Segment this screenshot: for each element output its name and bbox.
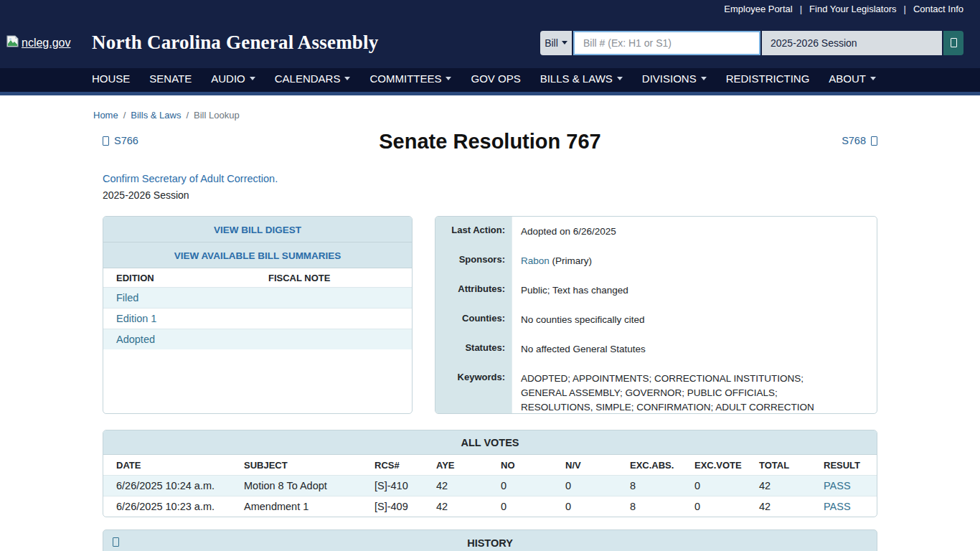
view-bill-digest-row[interactable]: VIEW BILL DIGEST bbox=[103, 217, 412, 242]
history-title: HISTORY bbox=[467, 537, 513, 549]
vote-result-link[interactable]: PASS bbox=[824, 501, 851, 512]
vote-subject: Amendment 1 bbox=[244, 496, 374, 517]
vote-aye: 42 bbox=[436, 496, 501, 517]
next-bill-label: S768 bbox=[842, 135, 866, 146]
prev-arrow-icon bbox=[103, 136, 109, 146]
nav-house[interactable]: HOUSE bbox=[92, 72, 130, 85]
contact-info-link[interactable]: Contact Info bbox=[913, 4, 963, 14]
chevron-down-icon bbox=[250, 77, 255, 80]
detail-label: Last Action: bbox=[435, 217, 512, 246]
vote-subject: Motion 8 To Adopt bbox=[244, 476, 374, 496]
nav-label: DIVISIONS bbox=[642, 72, 697, 85]
edition-adopted-link[interactable]: Adopted bbox=[116, 334, 155, 345]
collapse-icon bbox=[113, 537, 119, 547]
bill-heading: S766 Senate Resolution 767 S768 bbox=[92, 130, 888, 161]
view-bill-digest-link[interactable]: VIEW BILL DIGEST bbox=[214, 225, 301, 235]
next-bill-link[interactable]: S768 bbox=[842, 135, 877, 146]
chevron-down-icon bbox=[446, 77, 451, 80]
column-header-exc-abs: EXC.ABS. bbox=[630, 455, 694, 476]
utility-bar: Employee Portal|Find Your Legislators|Co… bbox=[0, 0, 980, 17]
column-header-date: DATE bbox=[103, 455, 244, 476]
vote-exc-abs: 8 bbox=[630, 496, 694, 517]
edition-filed-link[interactable]: Filed bbox=[116, 292, 138, 303]
vote-result: PASS bbox=[824, 496, 877, 517]
main-navigation: HOUSE SENATE AUDIO CALENDARS COMMITTEES … bbox=[0, 68, 980, 95]
edition-table-header: EDITION FISCAL NOTE bbox=[103, 268, 412, 287]
votes-table: DATE SUBJECT RCS# AYE NO N/V EXC.ABS. EX… bbox=[103, 455, 877, 517]
site-header: ncleg.gov North Carolina General Assembl… bbox=[0, 17, 980, 68]
vote-rcs: [S]-409 bbox=[374, 496, 436, 517]
nav-about[interactable]: ABOUT bbox=[829, 72, 876, 85]
nav-label: COMMITTEES bbox=[369, 72, 441, 85]
bill-documents-panel: VIEW BILL DIGEST VIEW AVAILABLE BILL SUM… bbox=[103, 216, 413, 414]
nav-label: SENATE bbox=[149, 72, 192, 85]
vote-result-link[interactable]: PASS bbox=[824, 480, 851, 491]
table-row: Edition 1 bbox=[103, 308, 412, 329]
nav-label: HOUSE bbox=[92, 72, 130, 85]
chevron-down-icon bbox=[344, 77, 350, 80]
history-panel-header: HISTORY bbox=[103, 529, 877, 551]
nav-calendars[interactable]: CALENDARS bbox=[275, 72, 351, 85]
vote-exc-abs: 8 bbox=[630, 476, 694, 496]
detail-label: Keywords: bbox=[435, 364, 512, 414]
nav-audio[interactable]: AUDIO bbox=[211, 72, 255, 85]
breadcrumb-bills-laws[interactable]: Bills & Laws bbox=[131, 110, 181, 121]
edition-1-link[interactable]: Edition 1 bbox=[116, 313, 156, 324]
vote-total: 42 bbox=[759, 496, 824, 517]
find-legislators-link[interactable]: Find Your Legislators bbox=[809, 4, 896, 14]
vote-nv: 0 bbox=[565, 496, 630, 517]
breadcrumb: Home/Bills & Laws/Bill Lookup bbox=[92, 110, 888, 121]
view-bill-summaries-row[interactable]: VIEW AVAILABLE BILL SUMMARIES bbox=[103, 242, 412, 268]
table-row: Filed bbox=[103, 287, 412, 308]
column-header-result: RESULT bbox=[824, 455, 877, 476]
vote-date: 6/26/2025 10:23 a.m. bbox=[103, 496, 244, 517]
detail-label: Counties: bbox=[435, 305, 512, 334]
employee-portal-link[interactable]: Employee Portal bbox=[724, 4, 792, 14]
table-row: Adopted bbox=[103, 329, 412, 349]
nav-label: REDISTRICTING bbox=[726, 72, 810, 85]
bill-search-bar: Bill 2025-2026 Session bbox=[540, 31, 963, 55]
bill-details-panel: Last Action: Adopted on 6/26/2025 Sponso… bbox=[435, 216, 877, 414]
column-header-nv: N/V bbox=[565, 455, 630, 476]
view-bill-summaries-link[interactable]: VIEW AVAILABLE BILL SUMMARIES bbox=[174, 250, 341, 261]
bill-number-input[interactable] bbox=[573, 31, 760, 55]
chevron-down-icon bbox=[562, 41, 567, 44]
table-row: 6/26/2025 10:23 a.m. Amendment 1 [S]-409… bbox=[103, 496, 877, 517]
nav-divisions[interactable]: DIVISIONS bbox=[642, 72, 707, 85]
detail-value: Rabon (Primary) bbox=[512, 246, 592, 276]
nav-redistricting[interactable]: REDISTRICTING bbox=[726, 72, 810, 85]
vote-exc-vote: 0 bbox=[694, 476, 759, 496]
site-logo[interactable]: ncleg.gov bbox=[6, 34, 92, 51]
search-type-label: Bill bbox=[545, 37, 558, 49]
vote-result: PASS bbox=[824, 476, 877, 496]
search-type-dropdown[interactable]: Bill bbox=[540, 31, 572, 55]
all-votes-title: ALL VOTES bbox=[103, 430, 877, 455]
next-arrow-icon bbox=[871, 136, 877, 146]
nav-senate[interactable]: SENATE bbox=[149, 72, 192, 85]
nav-label: CALENDARS bbox=[275, 72, 341, 85]
session-dropdown[interactable]: 2025-2026 Session bbox=[762, 31, 942, 55]
vote-aye: 42 bbox=[436, 476, 501, 496]
detail-row-attributes: Attributes: Public; Text has changed bbox=[435, 276, 877, 305]
column-header-subject: SUBJECT bbox=[244, 455, 374, 476]
sponsor-role: (Primary) bbox=[552, 255, 593, 266]
detail-row-sponsors: Sponsors: Rabon (Primary) bbox=[435, 246, 877, 276]
vote-total: 42 bbox=[759, 476, 824, 496]
detail-row-statutes: Statutes: No affected General Statutes bbox=[435, 334, 877, 364]
sponsor-link[interactable]: Rabon bbox=[521, 255, 550, 266]
search-button[interactable] bbox=[943, 31, 963, 55]
vote-no: 0 bbox=[501, 476, 565, 496]
history-collapse-toggle[interactable] bbox=[113, 537, 119, 549]
nav-label: BILLS & LAWS bbox=[540, 72, 613, 85]
bill-short-title-link[interactable]: Confirm Secretary of Adult Correction. bbox=[103, 173, 278, 184]
nav-gov-ops[interactable]: GOV OPS bbox=[471, 72, 520, 85]
nav-committees[interactable]: COMMITTEES bbox=[369, 72, 451, 85]
prev-bill-label: S766 bbox=[114, 135, 138, 146]
previous-bill-link[interactable]: S766 bbox=[103, 135, 138, 146]
breadcrumb-separator: / bbox=[123, 110, 126, 121]
fiscal-note-column-header: FISCAL NOTE bbox=[268, 273, 330, 283]
breadcrumb-home[interactable]: Home bbox=[93, 110, 118, 121]
detail-label: Sponsors: bbox=[435, 246, 512, 276]
all-votes-panel: ALL VOTES DATE SUBJECT RCS# AYE NO N/V E… bbox=[103, 430, 877, 517]
nav-bills-laws[interactable]: BILLS & LAWS bbox=[540, 72, 623, 85]
